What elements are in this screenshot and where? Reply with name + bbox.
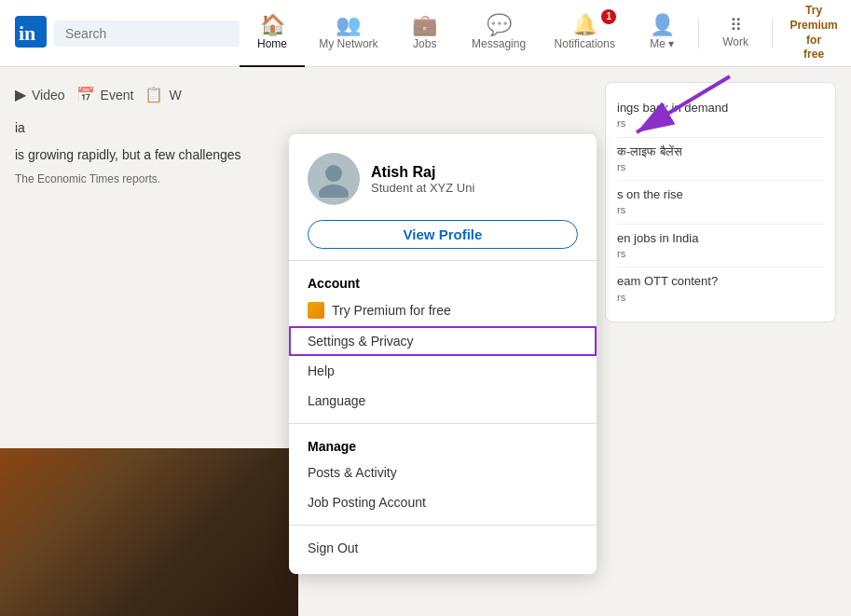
nav-item-notifications[interactable]: 🔔 1 Notifications	[540, 0, 629, 67]
filter-event[interactable]: 📅 Event	[76, 86, 134, 103]
help-label: Help	[308, 363, 335, 378]
svg-point-3	[319, 185, 349, 198]
nav-divider-1	[698, 19, 699, 48]
event-icon: 📅	[76, 86, 95, 103]
account-section-title: Account	[289, 268, 597, 294]
filter-video[interactable]: ▶ Video	[15, 86, 65, 103]
search-input[interactable]	[54, 21, 240, 47]
me-dropdown: Atish Raj Student at XYZ Uni View Profil…	[289, 134, 597, 574]
language-item[interactable]: Language	[289, 386, 597, 416]
profile-info: Atish Raj Student at XYZ Uni	[371, 164, 474, 195]
nav-label-jobs: Jobs	[413, 37, 436, 50]
bottom-image	[0, 448, 298, 616]
dropdown-divider-2	[289, 423, 597, 424]
job-posting-label: Job Posting Account	[308, 495, 426, 510]
settings-privacy-item[interactable]: Settings & Privacy	[289, 326, 597, 356]
linkedin-logo[interactable]: in	[15, 16, 47, 51]
nav-item-me[interactable]: 👤 Me ▾	[629, 0, 694, 67]
video-icon: ▶	[15, 86, 26, 103]
avatar	[308, 153, 360, 205]
svg-text:in: in	[19, 21, 35, 45]
posts-activity-item[interactable]: Posts & Activity	[289, 458, 597, 487]
job-posting-item[interactable]: Job Posting Account	[289, 487, 597, 517]
sidebar-item-5[interactable]: eam OTT content? rs	[617, 267, 824, 310]
profile-subtitle: Student at XYZ Uni	[371, 181, 474, 195]
sidebar-item-3[interactable]: s on the rise rs	[617, 181, 824, 225]
nav-label-notifications: Notifications	[555, 37, 615, 50]
view-profile-button[interactable]: View Profile	[308, 220, 578, 249]
sidebar-item-4[interactable]: en jobs in India rs	[617, 225, 824, 268]
nav-label-work: Work	[722, 35, 748, 48]
sidebar-news-card: ings back in demand rs क-लाइफ बैलेंस rs …	[605, 82, 836, 322]
nav-label-my-network: My Network	[319, 37, 377, 50]
help-item[interactable]: Help	[289, 356, 597, 386]
navbar: in 🏠 Home 👥 My Network 💼 Jobs 💬 Messagin…	[0, 0, 851, 67]
sign-out-label: Sign Out	[308, 541, 358, 555]
home-icon: 🏠	[260, 15, 285, 35]
manage-section-title: Manage	[289, 431, 597, 458]
nav-item-jobs[interactable]: 💼 Jobs	[392, 0, 458, 67]
filter-extra[interactable]: 📋 W	[144, 86, 181, 103]
dropdown-profile: Atish Raj Student at XYZ Uni	[289, 145, 597, 220]
try-premium-nav[interactable]: Try Premium for free	[776, 4, 851, 62]
nav-divider-2	[772, 19, 773, 48]
nav-item-messaging[interactable]: 💬 Messaging	[458, 0, 541, 67]
my-network-icon: 👥	[336, 15, 361, 35]
language-label: Language	[308, 393, 365, 408]
posts-activity-label: Posts & Activity	[308, 465, 397, 480]
me-icon: 👤	[650, 15, 675, 35]
svg-point-2	[325, 165, 342, 182]
nav-item-my-network[interactable]: 👥 My Network	[305, 0, 392, 67]
work-icon: ⠿	[730, 17, 741, 34]
profile-name: Atish Raj	[371, 164, 474, 181]
filter-bar: ▶ Video 📅 Event 📋 W	[15, 86, 575, 103]
dropdown-divider-3	[289, 525, 597, 526]
nav-label-home: Home	[257, 37, 287, 50]
nav-label-me: Me ▾	[650, 37, 674, 50]
nav-item-work[interactable]: ⠿ Work	[703, 0, 768, 67]
sign-out-item[interactable]: Sign Out	[289, 533, 597, 563]
right-sidebar: ings back in demand rs क-लाइफ बैलेंस rs …	[590, 67, 851, 616]
main-area: ▶ Video 📅 Event 📋 W ia is growing rapidl…	[0, 67, 851, 616]
jobs-icon: 💼	[412, 15, 437, 35]
notifications-icon: 🔔	[572, 15, 597, 35]
nav-items: 🏠 Home 👥 My Network 💼 Jobs 💬 Messaging 🔔…	[240, 0, 851, 67]
try-premium-label: Try Premium for free	[332, 303, 451, 318]
dropdown-divider-1	[289, 260, 597, 261]
nav-label-messaging: Messaging	[472, 37, 526, 50]
sidebar-item-2[interactable]: क-लाइफ बैलेंस rs	[617, 138, 824, 182]
settings-privacy-label: Settings & Privacy	[308, 334, 414, 349]
sidebar-item-1[interactable]: ings back in demand rs	[617, 94, 824, 138]
nav-item-home[interactable]: 🏠 Home	[240, 0, 305, 67]
extra-icon: 📋	[144, 86, 163, 103]
premium-icon	[308, 302, 324, 319]
notifications-badge: 1	[601, 9, 616, 24]
messaging-icon: 💬	[487, 15, 512, 35]
try-premium-item[interactable]: Try Premium for free	[289, 294, 597, 326]
